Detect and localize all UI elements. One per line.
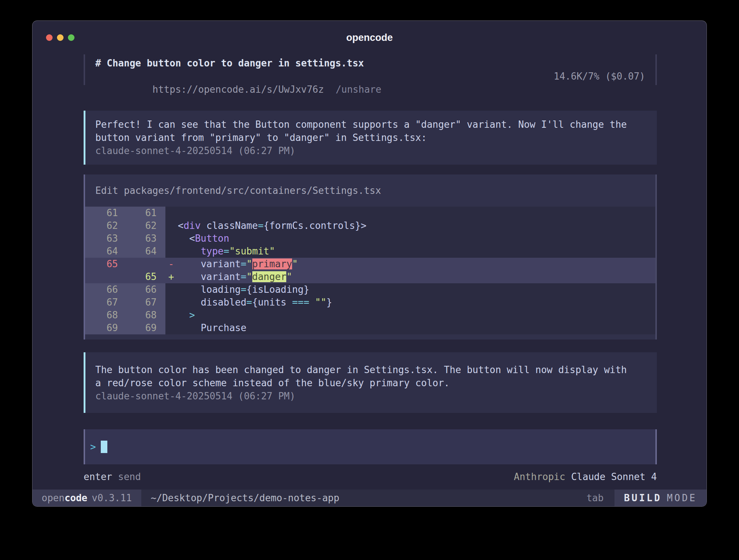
diff-sign bbox=[165, 283, 178, 296]
message-line: a red/rose color scheme instead of the b… bbox=[95, 376, 648, 390]
code-token: Purchase bbox=[201, 322, 246, 333]
diff-code-line: <Button bbox=[178, 232, 655, 245]
code-token: div bbox=[184, 220, 201, 231]
new-line-number: 63 bbox=[118, 232, 165, 245]
message-meta: claude-sonnet-4-20250514 (06:27 PM) bbox=[95, 144, 648, 157]
code-token: " bbox=[246, 258, 252, 269]
message-meta: claude-sonnet-4-20250514 (06:27 PM) bbox=[95, 390, 648, 403]
code-token: " bbox=[246, 271, 252, 282]
unshare-command[interactable]: /unshare bbox=[336, 84, 381, 95]
code-token: danger bbox=[252, 271, 287, 282]
code-token: disabled bbox=[201, 297, 246, 308]
old-line-number: 66 bbox=[85, 283, 118, 296]
token-usage: 14.6K/7% ($0.07) bbox=[554, 70, 645, 83]
diff-row-context: 6767 disabled={units === ""} bbox=[85, 296, 655, 309]
code-token: loading bbox=[201, 284, 241, 295]
close-button[interactable] bbox=[46, 34, 53, 41]
code-token: "submit" bbox=[229, 246, 275, 257]
code-token: = bbox=[223, 246, 229, 257]
old-line-number: 67 bbox=[85, 296, 118, 309]
new-line-number: 65 bbox=[118, 271, 165, 283]
enter-key-hint: enter bbox=[84, 471, 112, 482]
new-line-number: 61 bbox=[118, 207, 165, 219]
code-token: " bbox=[286, 271, 292, 282]
app-name-code: code bbox=[65, 492, 88, 503]
diff-code-line: > bbox=[178, 309, 655, 322]
share-url[interactable]: https://opencode.ai/s/UwJxv76z bbox=[153, 84, 324, 95]
code-token: = bbox=[241, 258, 246, 269]
code-token: < bbox=[178, 220, 184, 231]
mode-name: BUILD bbox=[624, 492, 662, 503]
diff-sign: + bbox=[165, 271, 178, 283]
diff-view: 61616262<div className={formCs.controls}… bbox=[85, 207, 655, 334]
code-token: variant bbox=[201, 258, 241, 269]
code-token: = bbox=[258, 220, 264, 231]
diff-sign bbox=[165, 207, 178, 219]
app-name-open: open bbox=[42, 492, 65, 503]
send-hint: entersend bbox=[84, 470, 141, 483]
app-version: v0.3.11 bbox=[92, 492, 132, 503]
code-token bbox=[178, 284, 201, 295]
working-directory: ~/Desktop/Projects/demo-notes-app bbox=[151, 492, 340, 503]
code-token bbox=[309, 297, 315, 308]
session-title: # Change button color to danger in setti… bbox=[95, 57, 381, 70]
tab-key-hint[interactable]: tab bbox=[586, 492, 604, 503]
share-row: https://opencode.ai/s/UwJxv76z/unshare bbox=[95, 70, 381, 109]
diff-sign bbox=[165, 322, 178, 334]
code-token: === bbox=[292, 297, 309, 308]
code-token: Button bbox=[195, 233, 229, 244]
window-title: opencode bbox=[346, 32, 393, 43]
old-line-number: 65 bbox=[85, 258, 118, 271]
code-token bbox=[178, 322, 201, 333]
diff-row-add: 65+ variant="danger" bbox=[85, 271, 655, 283]
traffic-lights bbox=[46, 21, 74, 54]
code-token: = bbox=[241, 284, 246, 295]
old-line-number: 69 bbox=[85, 322, 118, 334]
new-line-number: 64 bbox=[118, 245, 165, 258]
text-cursor bbox=[101, 441, 107, 453]
code-token: primary bbox=[252, 258, 292, 269]
opencode-window: opencode # Change button color to danger… bbox=[32, 20, 707, 507]
code-token: = bbox=[246, 297, 252, 308]
message-line: The button color has been changed to dan… bbox=[95, 363, 648, 376]
session-header: # Change button color to danger in setti… bbox=[84, 54, 657, 85]
code-token: variant bbox=[201, 271, 241, 282]
diff-row-context: 6262<div className={formCs.controls}> bbox=[85, 219, 655, 232]
new-line-number: 69 bbox=[118, 322, 165, 334]
code-token bbox=[178, 310, 189, 321]
code-token bbox=[178, 246, 201, 257]
mode-segment[interactable]: BUILDMODE bbox=[614, 490, 707, 506]
diff-row-context: 6363 <Button bbox=[85, 232, 655, 245]
code-token: > bbox=[189, 310, 195, 321]
diff-row-context: 6666 loading={isLoading} bbox=[85, 283, 655, 296]
code-token: {units bbox=[252, 297, 292, 308]
diff-code-line: variant="danger" bbox=[178, 271, 655, 283]
new-line-number: 68 bbox=[118, 309, 165, 322]
diff-sign: - bbox=[165, 258, 178, 271]
new-line-number bbox=[118, 258, 165, 271]
code-token bbox=[178, 271, 201, 282]
diff-row-context: 6969 Purchase bbox=[85, 322, 655, 334]
diff-code-line: disabled={units === ""} bbox=[178, 296, 655, 309]
assistant-message: The button color has been changed to dan… bbox=[84, 352, 657, 413]
new-line-number: 67 bbox=[118, 296, 165, 309]
diff-sign bbox=[165, 245, 178, 258]
diff-code-line: loading={isLoading} bbox=[178, 283, 655, 296]
prompt-input[interactable]: > bbox=[84, 429, 657, 464]
titlebar: opencode bbox=[32, 21, 707, 54]
code-token: = bbox=[241, 271, 246, 282]
old-line-number: 64 bbox=[85, 245, 118, 258]
provider-name: Anthropic bbox=[514, 471, 565, 482]
main-content: # Change button color to danger in setti… bbox=[32, 54, 707, 490]
diff-code-line: type="submit" bbox=[178, 245, 655, 258]
mode-suffix: MODE bbox=[667, 492, 697, 503]
code-token: className bbox=[201, 220, 258, 231]
minimize-button[interactable] bbox=[57, 34, 64, 41]
diff-code-line: variant="primary" bbox=[178, 258, 655, 271]
maximize-button[interactable] bbox=[68, 34, 74, 41]
edit-tool-block: Edit packages/frontend/src/containers/Se… bbox=[84, 174, 657, 340]
code-token: > bbox=[361, 220, 367, 231]
diff-sign bbox=[165, 219, 178, 232]
diff-row-del: 65- variant="primary" bbox=[85, 258, 655, 271]
model-name: Claude Sonnet 4 bbox=[571, 471, 657, 482]
